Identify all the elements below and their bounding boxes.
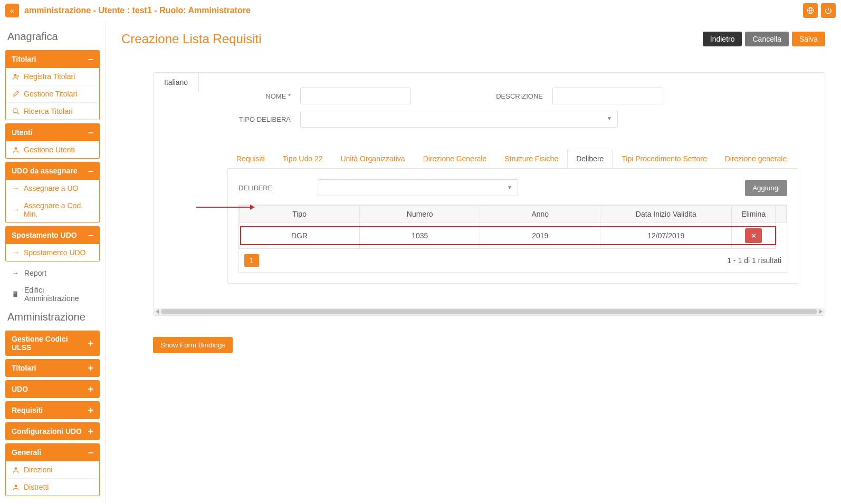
cell-tipo: DGR [240, 223, 360, 249]
page-title: Creazione Lista Requisiti [121, 32, 261, 46]
add-button[interactable]: Aggiungi [745, 180, 787, 196]
chevron-left-icon: « [10, 6, 14, 15]
language-button[interactable] [803, 3, 818, 18]
nome-label: NOME [227, 92, 291, 100]
panel-header-udo[interactable]: UDO+ [5, 380, 100, 398]
plus-icon: + [88, 405, 93, 415]
delete-row-button[interactable]: ✕ [745, 228, 762, 243]
tab-direzione-generale-2[interactable]: Direzione generale [716, 149, 796, 169]
tab-edifici[interactable]: Edifi [796, 149, 798, 169]
sidebar-item-direzioni[interactable]: Direzioni [6, 461, 99, 479]
users-icon [12, 483, 20, 491]
lang-tab[interactable]: Italiano [153, 72, 199, 92]
panel-header-udo-assegnare[interactable]: UDO da assegnare – [5, 162, 100, 180]
table-footer: 1 1 - 1 di 1 risultati [239, 249, 787, 272]
nome-input[interactable] [300, 88, 411, 104]
sidebar-link-report[interactable]: → Report [5, 265, 100, 282]
panel-header-generali[interactable]: Generali – [5, 443, 100, 461]
panel-title-titolari: Titolari [12, 55, 36, 63]
back-button[interactable]: Indietro [703, 32, 742, 46]
sidebar-item-gestione-utenti[interactable]: Gestione Utenti [6, 141, 99, 158]
sidebar-link-edifici[interactable]: Edifici Amministrazione [5, 282, 100, 307]
descrizione-input[interactable] [552, 88, 663, 104]
page-number[interactable]: 1 [244, 254, 259, 267]
tab-direzione-generale[interactable]: Direzione Generale [414, 149, 496, 169]
sidebar-item-label: Distretti [24, 483, 49, 491]
sidebar-heading-anagrafica: Anagrafica [7, 31, 98, 43]
save-button[interactable]: Salva [792, 32, 825, 46]
tipo-delibera-label: TIPO DELIBERA [227, 115, 291, 123]
panel-generali: Generali – Direzioni Distretti [5, 443, 100, 496]
logout-button[interactable] [821, 3, 836, 18]
horizontal-scrollbar[interactable] [154, 308, 825, 315]
tab-tipo-udo-22[interactable]: Tipo Udo 22 [274, 149, 332, 169]
sidebar-item-assegnare-uo[interactable]: → Assegnare a UO [6, 180, 99, 197]
table-scroll-hint[interactable] [776, 206, 787, 223]
cell-numero: 1035 [360, 223, 480, 249]
col-anno: Anno [480, 206, 600, 223]
sidebar-item-distretti[interactable]: Distretti [6, 479, 99, 496]
sidebar-item-ricerca-titolari[interactable]: Ricerca Titolari [6, 103, 99, 120]
annotation-arrow [196, 207, 254, 208]
arrow-right-icon: → [12, 249, 20, 256]
tab-pane-delibere: DELIBERE Aggiungi [227, 169, 798, 284]
sidebar-item-label: Spostamento UDO [24, 248, 86, 257]
panel-header-utenti[interactable]: Utenti – [5, 123, 100, 141]
results-count: 1 - 1 di 1 risultati [727, 256, 781, 265]
panel-title-spostamento: Spostamento UDO [12, 231, 77, 239]
tab-delibere[interactable]: Delibere [567, 149, 613, 169]
panel-header-gestione-codici[interactable]: Gestione Codici ULSS+ [5, 331, 100, 356]
sidebar-item-registra-titolari[interactable]: Registra Titolari [6, 68, 99, 85]
power-icon [825, 7, 832, 14]
panel-header-spostamento[interactable]: Spostamento UDO – [5, 226, 100, 244]
svg-point-3 [15, 147, 17, 150]
delibere-select[interactable] [318, 179, 518, 196]
tab-unita-organizzativa[interactable]: Unità Organizzativa [331, 149, 414, 169]
tab-requisiti[interactable]: Requisiti [227, 149, 274, 169]
delibere-label: DELIBERE [238, 184, 307, 192]
sidebar-item-label: Assegnare a Cod. Min. [24, 201, 93, 218]
col-data: Data Inizio Validita [600, 206, 732, 223]
data-table-wrap: Tipo Numero Anno Data Inizio Validita El… [238, 205, 787, 273]
users-icon [12, 466, 20, 473]
sidebar-item-assegnare-codmin[interactable]: → Assegnare a Cod. Min. [6, 197, 99, 222]
sidebar-item-label: Direzioni [24, 466, 52, 474]
user-icon [12, 146, 20, 153]
sidebar-item-label: Gestione Utenti [24, 146, 75, 154]
page-header: Creazione Lista Requisiti Indietro Cance… [121, 32, 825, 54]
search-icon [12, 108, 20, 115]
sidebar-heading-amministrazione: Amministrazione [7, 311, 98, 323]
scrollbar-thumb[interactable] [161, 309, 817, 314]
tab-tipi-procedimento[interactable]: Tipi Procedimento Settore [613, 149, 715, 169]
plus-icon: + [88, 338, 93, 348]
tipo-delibera-select[interactable] [300, 111, 618, 128]
panel-title: Generali [12, 448, 41, 457]
delibere-table: Tipo Numero Anno Data Inizio Validita El… [239, 205, 787, 249]
topbar-title: amministrazione - Utente : test1 - Ruolo… [24, 6, 803, 15]
panel-header-config-udo[interactable]: Configurazioni UDO+ [5, 422, 100, 440]
cancel-button[interactable]: Cancella [745, 32, 788, 46]
sidebar-item-spostamento-udo[interactable]: → Spostamento UDO [6, 244, 99, 261]
panel-title: Gestione Codici ULSS [12, 335, 88, 352]
panel-header-titolari[interactable]: Titolari – [5, 50, 100, 68]
panel-title: Requisiti [12, 406, 43, 414]
svg-rect-6 [16, 293, 16, 293]
sidebar-item-gestione-titolari[interactable]: Gestione Titolari [6, 85, 99, 103]
panel-header-requisiti[interactable]: Requisiti+ [5, 401, 100, 419]
tabs: Requisiti Tipo Udo 22 Unità Organizzativ… [227, 149, 798, 169]
panel-title: Titolari [12, 364, 36, 372]
edit-icon [12, 90, 20, 98]
plus-icon: + [88, 384, 93, 394]
panel-title-udo-assegnare: UDO da assegnare [12, 167, 78, 175]
main-content: Creazione Lista Requisiti Indietro Cance… [106, 21, 841, 504]
show-form-bindings-button[interactable]: Show Form Bindings [153, 337, 233, 353]
sidebar-link-label: Report [24, 269, 46, 277]
close-icon: ✕ [751, 232, 757, 240]
panel-utenti: Utenti – Gestione Utenti [5, 123, 100, 159]
cell-data: 12/07/2019 [600, 223, 732, 249]
tab-strutture-fisiche[interactable]: Strutture Fisiche [495, 149, 567, 169]
sidebar-toggle-button[interactable]: « [5, 4, 19, 17]
svg-rect-5 [14, 293, 15, 293]
sidebar-item-label: Gestione Titolari [24, 90, 77, 98]
panel-header-titolari2[interactable]: Titolari+ [5, 359, 100, 377]
